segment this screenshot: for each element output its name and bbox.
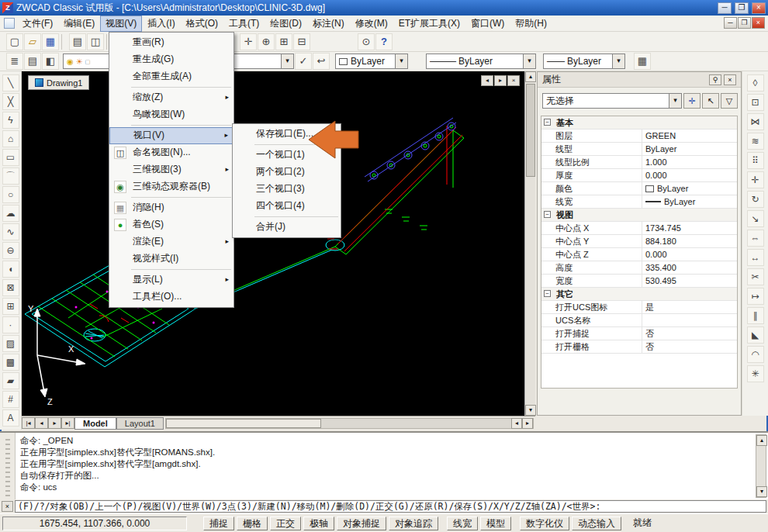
command-window-grip[interactable] (0, 433, 16, 499)
submenu-item-join[interactable]: 合并(J) (233, 219, 341, 236)
lineweight-combo[interactable]: —— ByLayer ▾ (543, 54, 625, 69)
property-value[interactable]: 否 (642, 327, 737, 340)
print-button[interactable]: ▤ (69, 33, 86, 50)
dropdown-arrow-icon[interactable]: ▾ (281, 54, 293, 68)
open-button[interactable]: ▱ (24, 33, 41, 50)
osnap-toggle[interactable]: 对象捕捉 (337, 516, 386, 530)
last-tab-button[interactable]: ▸| (61, 417, 74, 429)
scroll-down-button[interactable]: ▾ (525, 405, 536, 416)
polar-toggle[interactable]: 极轴 (303, 516, 334, 530)
submenu-item-3-viewports[interactable]: 三个视口(3) (233, 181, 341, 198)
property-value[interactable]: 530.495 (642, 275, 737, 287)
tab-scroll-left-button[interactable]: ◂ (481, 75, 493, 86)
make-block-tool-button[interactable]: ⊞ (2, 298, 19, 315)
erase-tool-button[interactable]: ◊ (747, 74, 764, 92)
property-row-ucs-name[interactable]: UCS名称 (541, 314, 737, 327)
menu-express-tools[interactable]: ET扩展工具(X) (393, 16, 465, 32)
scroll-up-button[interactable]: ▴ (756, 435, 767, 446)
zoom-previous-button[interactable]: ⊟ (293, 33, 310, 50)
trim-tool-button[interactable]: ✂ (747, 268, 764, 285)
ortho-toggle[interactable]: 正交 (270, 516, 301, 530)
tablet-toggle[interactable]: 数字化仪 (520, 516, 569, 530)
offset-tool-button[interactable]: ≋ (747, 133, 764, 150)
property-value[interactable]: 1.000 (642, 156, 737, 168)
mtext-tool-button[interactable]: A (2, 409, 19, 427)
property-row-center-x[interactable]: 中心点 X 1734.745 (541, 222, 737, 235)
line-tool-button[interactable]: ╲ (2, 74, 19, 92)
property-row-center-z[interactable]: 中心点 Z 0.000 (541, 248, 737, 261)
menu-dimension[interactable]: 标注(N) (307, 16, 350, 32)
collapse-icon[interactable]: − (544, 211, 551, 218)
menu-item-3d-views[interactable]: 三维视图(3)▸ (109, 161, 234, 178)
property-row-ucs-icon-on[interactable]: 打开UCS图标 是 (541, 301, 737, 314)
chamfer-tool-button[interactable]: ◣ (747, 326, 764, 344)
submenu-item-2-viewports[interactable]: 两个视口(2) (233, 164, 341, 181)
menu-draw[interactable]: 绘图(D) (265, 16, 307, 32)
menu-item-hide[interactable]: ▦消隐(H) (109, 199, 234, 216)
layer-previous-button[interactable]: ↩ (313, 53, 330, 70)
property-row-layer[interactable]: 图层 GREEN (541, 130, 737, 143)
previous-tab-button[interactable]: ◂ (35, 417, 48, 429)
snap-toggle[interactable]: 捕捉 (203, 516, 234, 530)
coordinate-display[interactable]: 1675.454, 1107.366, 0.000 (2, 516, 187, 530)
extend-tool-button[interactable]: ↦ (747, 288, 764, 305)
child-restore-button[interactable]: ❐ (738, 17, 751, 29)
first-tab-button[interactable]: |◂ (22, 417, 35, 429)
menu-item-regen[interactable]: 重生成(G) (109, 51, 234, 68)
dropdown-arrow-icon[interactable]: ▾ (395, 54, 407, 68)
scrollbar-thumb[interactable] (526, 84, 535, 177)
otrack-toggle[interactable]: 对象追踪 (389, 516, 438, 530)
tab-model[interactable]: Model (74, 417, 116, 430)
property-value[interactable]: ByLayer (642, 143, 737, 155)
print-preview-button[interactable]: ◫ (87, 33, 104, 50)
property-row-color[interactable]: 颜色 ByLayer (541, 182, 737, 195)
zoom-window-button[interactable]: ⊞ (275, 33, 292, 50)
properties-section-general[interactable]: − 基本 (541, 116, 737, 130)
command-window[interactable]: 命令: _OPEN 正在用字型[simplex.shx]替代字型[ROMANS.… (0, 431, 768, 499)
child-minimize-button[interactable]: ─ (724, 17, 737, 29)
minimize-button[interactable]: ─ (718, 2, 732, 14)
property-value[interactable]: 0.000 (642, 169, 737, 181)
property-row-center-y[interactable]: 中心点 Y 884.180 (541, 235, 737, 248)
rotate-tool-button[interactable]: ↻ (747, 191, 764, 208)
property-value[interactable]: 1734.745 (642, 222, 737, 234)
menu-item-visual-styles[interactable]: 视觉样式(I) (109, 250, 234, 268)
color-combo[interactable]: ByLayer ▾ (335, 54, 408, 69)
quick-select-button[interactable]: ▽ (721, 93, 738, 109)
spline-tool-button[interactable]: ∿ (2, 223, 19, 240)
menu-insert[interactable]: 插入(I) (142, 16, 180, 32)
linetype-combo[interactable]: ——— ByLayer ▾ (426, 54, 536, 69)
tab-scroll-right-button[interactable]: ▸ (494, 75, 507, 86)
menu-item-zoom[interactable]: 缩放(Z)▸ (109, 89, 234, 106)
dropdown-arrow-icon[interactable]: ▾ (669, 94, 681, 108)
circle-tool-button[interactable]: ○ (2, 186, 19, 203)
property-value[interactable]: GREEN (642, 130, 737, 142)
ellipse-tool-button[interactable]: ⊖ (2, 242, 19, 259)
property-row-snap-on[interactable]: 打开捕捉 否 (541, 327, 737, 340)
explode-tool-button[interactable]: ✳ (747, 365, 764, 382)
selection-combo[interactable]: 无选择 ▾ (542, 93, 682, 109)
layer-manager-button[interactable]: ≣ (6, 53, 23, 70)
property-value[interactable]: ByLayer (642, 195, 737, 208)
toggle-pickadd-button[interactable]: ✛ (683, 93, 701, 109)
pan-button[interactable]: ✛ (240, 33, 257, 50)
close-button[interactable]: × (752, 2, 766, 14)
next-tab-button[interactable]: ▸ (48, 417, 61, 429)
menu-edit[interactable]: 编辑(E) (58, 16, 100, 32)
menu-help[interactable]: 帮助(H) (510, 16, 552, 32)
gradient-tool-button[interactable]: ▩ (2, 354, 19, 371)
property-row-thickness[interactable]: 厚度 0.000 (541, 169, 737, 182)
layer-isolate-button[interactable]: ◧ (42, 53, 59, 70)
properties-section-view[interactable]: − 视图 (541, 209, 737, 222)
scroll-down-button[interactable]: ▾ (756, 486, 767, 497)
collapse-icon[interactable]: − (544, 119, 551, 126)
child-close-button[interactable]: × (752, 17, 765, 29)
scale-tool-button[interactable]: ↘ (747, 210, 764, 227)
command-vertical-scrollbar[interactable]: ▴ ▾ (756, 434, 766, 498)
array-tool-button[interactable]: ⠿ (747, 152, 764, 169)
rectangle-tool-button[interactable]: ▭ (2, 149, 19, 166)
make-object-layer-current-button[interactable]: ✓ (295, 53, 312, 70)
stretch-tool-button[interactable]: ⇔ (747, 230, 764, 247)
scroll-right-button[interactable]: ▸ (522, 418, 533, 429)
command-close-button[interactable]: × (2, 501, 13, 512)
